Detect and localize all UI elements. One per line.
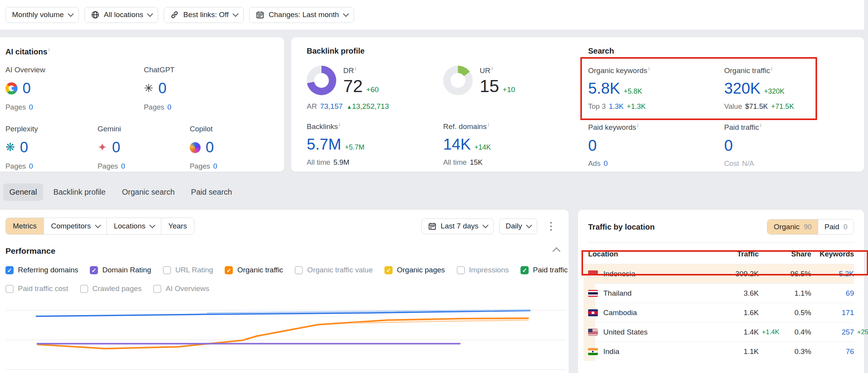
- sub-value-link[interactable]: 1.3K: [609, 102, 623, 110]
- stat-value[interactable]: 5.7M: [307, 136, 341, 152]
- chevron-down-icon: [95, 222, 101, 228]
- keywords-link[interactable]: 171: [842, 309, 854, 317]
- stat-label: Ref. domainsi: [443, 122, 580, 131]
- perplexity-stat: Perplexity ❋0 Pages0: [5, 125, 98, 171]
- stat-value[interactable]: 320K: [724, 80, 760, 96]
- traffic-by-location-title: Traffic by location: [588, 223, 655, 232]
- table-row-india[interactable]: India 1.1K 0.3% 76: [588, 342, 854, 361]
- segment-label: Locations: [114, 222, 145, 230]
- best-links-filter[interactable]: Best links: Off: [164, 7, 244, 23]
- metric-checkbox-domain-rating[interactable]: ✓Domain Rating: [90, 266, 151, 274]
- segment-metrics[interactable]: Metrics: [6, 218, 44, 234]
- tab-organic-search[interactable]: Organic search: [116, 183, 181, 201]
- stat-value[interactable]: 0: [588, 138, 597, 153]
- tab-backlink-profile[interactable]: Backlink profile: [47, 183, 112, 201]
- stat-value[interactable]: 0: [724, 138, 733, 153]
- info-icon: i: [771, 66, 772, 71]
- tab-general[interactable]: General: [3, 183, 43, 201]
- table-row-cambodia[interactable]: Cambodia 1.6K 0.5% 171: [588, 303, 854, 322]
- search-section: Search Organic keywordsi 5.8K+5.8K Top 3…: [588, 47, 860, 168]
- report-tabs: General Backlink profile Organic search …: [3, 183, 238, 201]
- keywords-link[interactable]: 76: [846, 347, 854, 356]
- ur-label: URi: [480, 66, 515, 75]
- segment-competitors[interactable]: Competitors: [44, 218, 107, 234]
- checkbox: ✓: [225, 266, 233, 274]
- metric-checkbox-ai-overviews[interactable]: ✓AI Overviews: [153, 284, 209, 293]
- sub-delta: +71.5K: [771, 102, 794, 110]
- info-icon: i: [648, 66, 650, 71]
- info-icon: i: [491, 66, 493, 71]
- stat-label: Backlinksi: [307, 122, 443, 131]
- table-row-indonesia[interactable]: Indonesia 309.2K 96.5% 5.2K: [588, 264, 854, 283]
- column-traffic: Traffic: [693, 250, 759, 258]
- stat-value[interactable]: 0: [206, 139, 214, 156]
- locations-filter[interactable]: All locations: [84, 7, 158, 23]
- stat-value[interactable]: 0: [20, 139, 28, 156]
- changes-filter[interactable]: Changes: Last month: [249, 7, 354, 23]
- keywords-link[interactable]: 69: [846, 289, 854, 297]
- stat-value[interactable]: 5.8K: [588, 80, 620, 96]
- collapse-chevron-icon[interactable]: [552, 247, 561, 255]
- keywords-link[interactable]: 257: [842, 328, 854, 336]
- chevron-down-icon: [149, 222, 155, 228]
- ar-value-link[interactable]: 73,157: [320, 102, 342, 110]
- pages-label: Pages: [190, 162, 210, 170]
- checkbox: ✓: [153, 285, 161, 293]
- stat-value[interactable]: 14K: [443, 136, 471, 152]
- keywords-link[interactable]: 5.2K: [839, 270, 854, 278]
- metric-toggles-row-1: ✓Referring domains ✓Domain Rating ✓URL R…: [5, 266, 569, 274]
- metric-checkbox-paid-traffic[interactable]: ✓Paid traffic: [520, 266, 568, 274]
- metric-checkbox-paid-traffic-cost[interactable]: ✓Paid traffic cost: [5, 284, 68, 293]
- stat-label: Organic keywordsi: [588, 66, 724, 75]
- share-value: 1.1%: [759, 289, 811, 298]
- stat-delta: +5.8K: [623, 87, 642, 95]
- ai-citations-title: AI citationsi: [5, 47, 284, 56]
- granularity-button[interactable]: Daily: [499, 218, 537, 234]
- pages-link[interactable]: 0: [167, 103, 171, 111]
- metric-checkbox-url-rating[interactable]: ✓URL Rating: [163, 266, 213, 274]
- stat-label: Perplexity: [5, 125, 98, 133]
- chevron-down-icon: [147, 10, 154, 17]
- pages-link[interactable]: 0: [29, 103, 33, 111]
- metric-checkbox-organic-pages[interactable]: ✓Organic pages: [384, 266, 445, 274]
- stat-value[interactable]: 0: [158, 80, 166, 97]
- metric-checkbox-referring-domains[interactable]: ✓Referring domains: [5, 266, 78, 274]
- toggle-organic[interactable]: Organic90: [767, 220, 818, 234]
- check-icon: ✓: [227, 267, 232, 273]
- segment-locations[interactable]: Locations: [107, 218, 161, 234]
- kebab-menu[interactable]: ⋮: [543, 221, 559, 232]
- top-toolbar: Monthly volume All locations Best links:…: [0, 0, 864, 30]
- stat-value[interactable]: 0: [23, 80, 31, 97]
- pages-link[interactable]: 0: [29, 162, 33, 170]
- toggle-paid[interactable]: Paid0: [818, 220, 854, 234]
- check-icon: ✓: [386, 267, 391, 273]
- metric-checkbox-organic-traffic-value[interactable]: ✓Organic traffic value: [295, 266, 373, 274]
- stat-label: Copilot: [190, 125, 217, 133]
- toggle-count: 0: [844, 223, 847, 231]
- tab-paid-search[interactable]: Paid search: [185, 183, 238, 201]
- checkbox: ✓: [5, 266, 14, 274]
- metric-checkbox-crawled-pages[interactable]: ✓Crawled pages: [80, 284, 142, 293]
- pages-label: Pages: [5, 162, 26, 170]
- monthly-volume-filter[interactable]: Monthly volume: [5, 7, 79, 23]
- toggle-label: Paid: [824, 223, 839, 231]
- location-name: Cambodia: [603, 309, 637, 317]
- sub-value: $71.5K: [745, 102, 768, 110]
- copilot-stat: Copilot 0 Pages0: [190, 125, 217, 171]
- metric-checkbox-impressions[interactable]: ✓Impressions: [457, 266, 509, 274]
- thailand-flag-icon: [588, 290, 598, 297]
- pages-link[interactable]: 0: [213, 162, 217, 170]
- table-row-united-states[interactable]: United States 1.4K+1.4K 0.4% 257+255: [588, 322, 854, 342]
- stat-value[interactable]: 0: [112, 139, 120, 156]
- pages-label: Pages: [144, 103, 164, 111]
- info-icon: i: [339, 122, 340, 127]
- table-row-thailand[interactable]: Thailand 3.6K 1.1% 69: [588, 283, 854, 303]
- alltime-label: All time: [307, 158, 330, 166]
- sub-value-link[interactable]: 0: [604, 159, 608, 167]
- pages-link[interactable]: 0: [121, 162, 125, 170]
- metric-checkbox-organic-traffic[interactable]: ✓Organic traffic: [225, 266, 283, 274]
- segment-years[interactable]: Years: [161, 218, 194, 234]
- date-range-button[interactable]: Last 7 days: [421, 218, 494, 234]
- performance-title: Performance: [5, 246, 55, 256]
- stat-label: Paid traffici: [724, 122, 860, 132]
